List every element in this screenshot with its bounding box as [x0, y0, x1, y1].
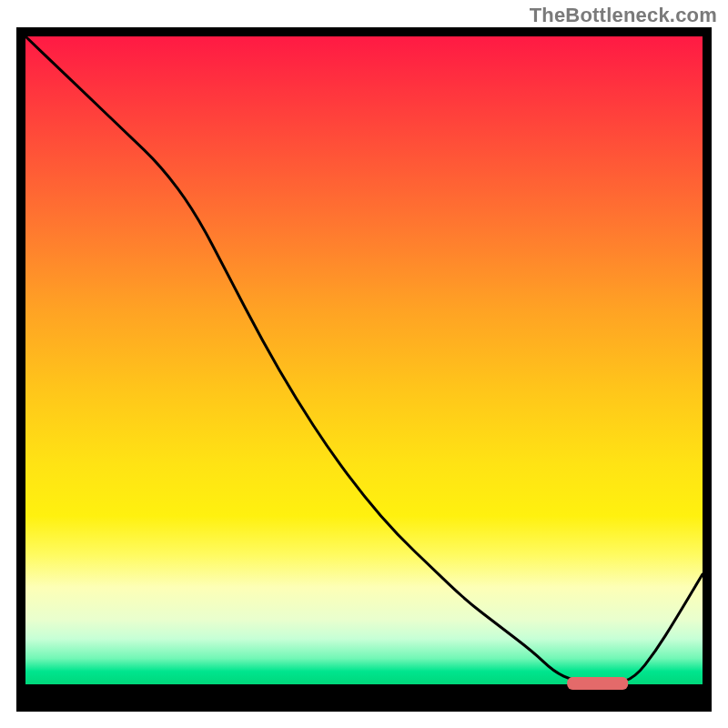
gradient-background: [25, 36, 703, 684]
chart-container: TheBottleneck.com: [0, 0, 728, 728]
plot-frame: [16, 27, 712, 712]
attribution-label: TheBottleneck.com: [530, 4, 717, 27]
